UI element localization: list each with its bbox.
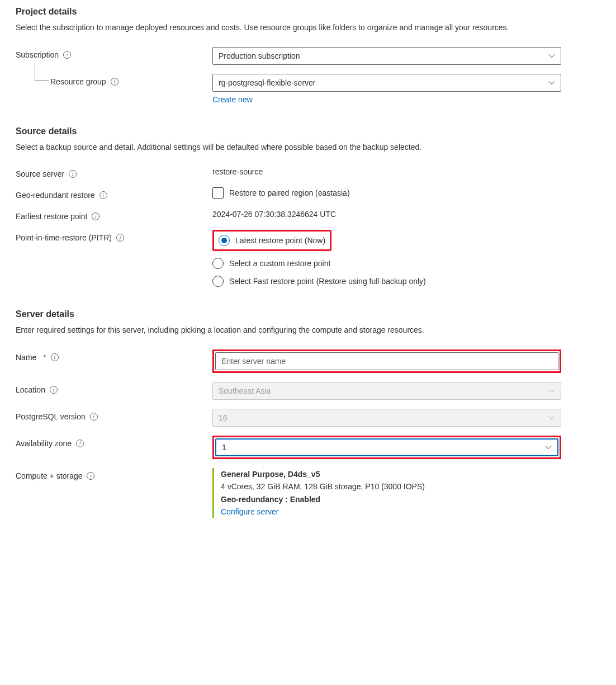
earliest-restore-label: Earliest restore point (16, 212, 87, 221)
subscription-label: Subscription (16, 50, 59, 59)
tree-line (35, 63, 49, 81)
project-details-heading: Project details (16, 7, 600, 17)
project-details-description: Select the subscription to manage deploy… (16, 22, 600, 34)
info-icon[interactable]: i (90, 413, 98, 421)
location-dropdown: Southeast Asia (212, 382, 561, 400)
resource-group-dropdown[interactable]: rg-postgresql-flexible-server (212, 74, 561, 92)
create-new-link[interactable]: Create new (212, 95, 253, 104)
geo-restore-checkbox[interactable] (212, 187, 224, 199)
compute-specs: 4 vCores, 32 GiB RAM, 128 GiB storage, P… (221, 480, 561, 493)
source-server-label: Source server (16, 169, 64, 178)
server-details-heading: Server details (16, 309, 600, 319)
compute-storage-label: Compute + storage (16, 471, 82, 480)
configure-server-link[interactable]: Configure server (221, 506, 279, 518)
compute-geo: Geo-redundancy : Enabled (221, 493, 561, 506)
info-icon[interactable]: i (63, 51, 71, 59)
pitr-radio-latest-label: Latest restore point (Now) (235, 236, 325, 245)
info-icon[interactable]: i (69, 170, 77, 178)
pg-version-value: 16 (219, 413, 228, 422)
pitr-radio-fast-label: Select Fast restore point (Restore using… (229, 277, 426, 286)
chevron-down-icon (545, 444, 552, 451)
location-label: Location (16, 385, 45, 394)
compute-summary: General Purpose, D4ds_v5 4 vCores, 32 Gi… (212, 468, 561, 518)
resource-group-label: Resource group (50, 77, 106, 86)
server-name-label: Name (16, 353, 36, 362)
pg-version-label: PostgreSQL version (16, 412, 86, 421)
availability-zone-value: 1 (222, 443, 226, 452)
resource-group-value: rg-postgresql-flexible-server (219, 78, 316, 87)
info-icon[interactable]: i (51, 353, 59, 361)
pitr-radio-latest[interactable]: Latest restore point (Now) (215, 233, 329, 248)
info-icon[interactable]: i (87, 472, 94, 480)
source-details-description: Select a backup source and detail. Addit… (16, 142, 600, 153)
source-server-value: restore-source (212, 166, 561, 176)
chevron-down-icon (548, 53, 555, 59)
subscription-value: Production subscription (219, 51, 300, 60)
info-icon[interactable]: i (99, 191, 107, 199)
info-icon[interactable]: i (76, 440, 84, 447)
server-name-input[interactable] (215, 352, 558, 370)
chevron-down-icon (548, 414, 555, 421)
info-icon[interactable]: i (50, 386, 58, 394)
radio-icon (219, 235, 230, 246)
availability-zone-label: Availability zone (16, 439, 72, 448)
compute-tier: General Purpose, D4ds_v5 (221, 468, 561, 480)
pitr-radio-custom[interactable]: Select a custom restore point (212, 258, 561, 269)
geo-restore-checkbox-label: Restore to paired region (eastasia) (229, 188, 350, 197)
chevron-down-icon (548, 79, 555, 86)
earliest-restore-value: 2024-07-26 07:30:38.3246624 UTC (212, 209, 561, 219)
pitr-radio-custom-label: Select a custom restore point (229, 259, 330, 268)
radio-icon (212, 258, 224, 269)
source-details-heading: Source details (16, 126, 600, 136)
pg-version-dropdown: 16 (212, 409, 561, 427)
server-details-description: Enter required settings for this server,… (16, 325, 600, 336)
required-indicator: * (43, 353, 46, 362)
info-icon[interactable]: i (92, 212, 99, 220)
info-icon[interactable]: i (111, 78, 119, 86)
pitr-radio-fast[interactable]: Select Fast restore point (Restore using… (212, 276, 561, 287)
chevron-down-icon (548, 388, 555, 394)
radio-icon (212, 276, 224, 287)
location-value: Southeast Asia (219, 386, 271, 395)
info-icon[interactable]: i (116, 234, 124, 242)
subscription-dropdown[interactable]: Production subscription (212, 47, 561, 65)
geo-restore-label: Geo-redundant restore (16, 191, 95, 200)
pitr-label: Point-in-time-restore (PITR) (16, 233, 112, 242)
availability-zone-dropdown[interactable]: 1 (215, 438, 558, 456)
